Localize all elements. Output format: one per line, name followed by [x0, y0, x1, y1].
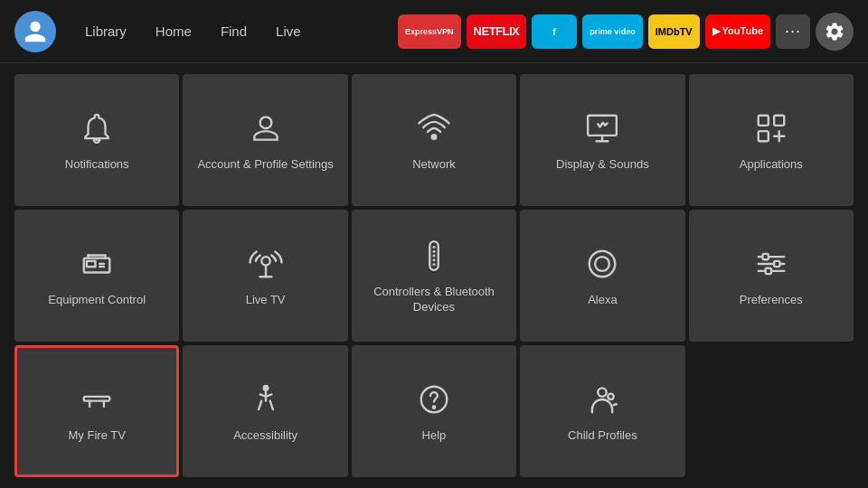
- svg-point-18: [590, 250, 616, 277]
- svg-point-33: [609, 393, 614, 399]
- grid-item-display-sounds[interactable]: Display & Sounds: [520, 74, 684, 206]
- help-icon: [414, 380, 454, 419]
- remote-icon: [414, 236, 454, 276]
- svg-text:f: f: [552, 26, 556, 37]
- wifi-icon: [414, 108, 454, 148]
- grid-item-network[interactable]: Network: [352, 74, 516, 206]
- grid-item-equipment-control[interactable]: Equipment Control: [14, 210, 179, 342]
- notifications-label: Notifications: [65, 157, 129, 173]
- svg-rect-24: [774, 260, 779, 266]
- topbar: Library Home Find Live ExpressVPN NETFLI…: [0, 0, 868, 63]
- svg-rect-23: [762, 253, 768, 258]
- nav-home[interactable]: Home: [143, 18, 204, 44]
- svg-point-1: [259, 117, 271, 128]
- svg-point-29: [263, 386, 268, 390]
- grid-item-notifications[interactable]: Notifications: [14, 74, 179, 206]
- nav-live[interactable]: Live: [263, 18, 314, 44]
- avatar[interactable]: [14, 11, 56, 52]
- svg-point-31: [433, 406, 435, 408]
- app-youtube[interactable]: ▶ YouTube: [705, 14, 770, 49]
- firetv-icon: [77, 380, 117, 419]
- app-primevideo[interactable]: prime video: [582, 14, 643, 49]
- display-icon: [582, 108, 622, 148]
- nav-find[interactable]: Find: [208, 18, 259, 44]
- grid-item-accessibility[interactable]: Accessibility: [183, 345, 347, 477]
- network-label: Network: [412, 157, 456, 173]
- alexa-label: Alexa: [588, 293, 618, 308]
- nav-links: Library Home Find Live: [72, 18, 314, 44]
- svg-rect-26: [84, 396, 110, 400]
- equipment-icon: [77, 244, 117, 284]
- accessibility-label: Accessibility: [233, 428, 297, 444]
- my-fire-tv-label: My Fire TV: [69, 428, 126, 444]
- grid-item-live-tv[interactable]: Live TV: [183, 210, 347, 342]
- svg-point-32: [599, 388, 608, 397]
- svg-point-19: [595, 257, 609, 271]
- grid-item-child-profiles[interactable]: Child Profiles: [520, 345, 684, 477]
- person-icon: [246, 108, 286, 148]
- more-button[interactable]: ···: [776, 14, 810, 49]
- app-netflix[interactable]: NETFLIX: [467, 14, 527, 49]
- app-imdb[interactable]: IMDbTV: [648, 14, 700, 49]
- app-expressvpn[interactable]: ExpressVPN: [398, 14, 461, 49]
- display-sounds-label: Display & Sounds: [556, 157, 649, 173]
- apps-icon: [751, 108, 791, 148]
- live-tv-label: Live TV: [246, 293, 286, 308]
- grid-item-my-fire-tv[interactable]: My Fire TV: [14, 345, 179, 477]
- bell-icon: [77, 108, 117, 148]
- alexa-icon: [582, 244, 622, 284]
- svg-point-2: [432, 135, 437, 139]
- antenna-icon: [246, 244, 286, 284]
- svg-rect-25: [765, 267, 770, 273]
- svg-rect-4: [759, 115, 769, 125]
- child-icon: [582, 380, 622, 419]
- grid-item-controllers[interactable]: Controllers & Bluetooth Devices: [352, 210, 516, 342]
- applications-label: Applications: [740, 157, 803, 173]
- grid-item-help[interactable]: Help: [352, 345, 516, 477]
- app-freevee[interactable]: f: [532, 14, 577, 49]
- help-label: Help: [422, 428, 447, 444]
- svg-rect-8: [87, 260, 96, 266]
- settings-button[interactable]: [816, 13, 854, 51]
- equipment-control-label: Equipment Control: [48, 293, 146, 308]
- accessibility-icon: [246, 380, 286, 419]
- grid-item-account[interactable]: Account & Profile Settings: [183, 74, 347, 206]
- sliders-icon: [751, 244, 791, 284]
- svg-rect-6: [759, 131, 769, 141]
- settings-grid: Notifications Account & Profile Settings…: [0, 63, 868, 488]
- child-profiles-label: Child Profiles: [568, 428, 637, 444]
- nav-library[interactable]: Library: [72, 18, 139, 44]
- svg-rect-5: [774, 115, 784, 125]
- grid-item-applications[interactable]: Applications: [689, 74, 854, 206]
- preferences-label: Preferences: [740, 293, 803, 308]
- controllers-label: Controllers & Bluetooth Devices: [359, 285, 509, 315]
- grid-item-preferences[interactable]: Preferences: [689, 210, 854, 342]
- grid-item-alexa[interactable]: Alexa: [520, 210, 684, 342]
- svg-point-10: [261, 257, 270, 266]
- app-icons: ExpressVPN NETFLIX f prime video IMDbTV …: [398, 13, 854, 51]
- account-label: Account & Profile Settings: [197, 157, 333, 173]
